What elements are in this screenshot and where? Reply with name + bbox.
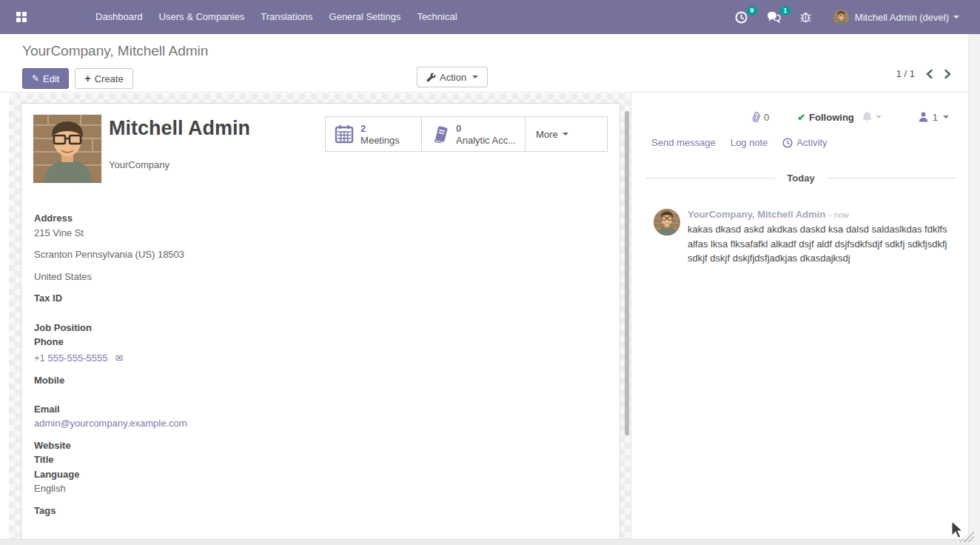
check-icon: ✔	[797, 112, 805, 123]
caret-down-icon	[876, 116, 882, 118]
field-label-language: Language	[34, 467, 608, 481]
subscription-bell-button[interactable]	[862, 111, 882, 123]
form-sheet: Mitchell Admin YourCompany 2 Meetings	[21, 103, 620, 539]
sms-envelope-icon[interactable]: ✉	[115, 352, 123, 364]
field-language-value: English	[34, 481, 608, 495]
meetings-count: 2	[360, 123, 366, 134]
odoo-app: Dashboard Users & Companies Translations…	[0, 0, 980, 545]
field-label-title: Title	[34, 452, 608, 467]
field-label-mobile: Mobile	[34, 373, 608, 387]
systray: 9 1 Mitchell Admin (devel)	[716, 10, 959, 25]
vertical-scrollbar-gutter[interactable]	[968, 34, 980, 545]
message-timestamp: - now	[829, 210, 849, 219]
chatter-message: YourCompany, Mitchell Admin - now kakas …	[632, 209, 968, 266]
caret-down-icon	[472, 76, 478, 78]
field-city-state-zip: Scranton Pennsylvania (US) 18503	[34, 247, 608, 261]
edit-button-label: Edit	[43, 73, 59, 84]
content-area: Mitchell Admin YourCompany 2 Meetings	[0, 93, 968, 539]
wrench-icon	[426, 73, 436, 82]
attachments-count: 0	[764, 112, 769, 123]
pager: 1 / 1	[896, 68, 952, 79]
debug-bug-icon[interactable]	[800, 11, 811, 23]
field-street: 215 Vine St	[34, 226, 608, 240]
message-bubble-icon	[767, 11, 781, 23]
field-country: United States	[34, 270, 608, 284]
caret-down-icon	[563, 133, 568, 136]
pager-previous-button[interactable]	[925, 69, 933, 79]
pager-count: 1 / 1	[896, 68, 915, 79]
field-label-email: Email	[34, 402, 608, 416]
email-link[interactable]: admin@yourcompany.example.com	[34, 418, 187, 429]
menu-translations[interactable]: Translations	[252, 0, 320, 34]
activity-clock-icon	[782, 138, 793, 148]
create-button[interactable]: + Create	[75, 68, 132, 89]
date-divider: Today	[645, 173, 956, 184]
horizontal-scrollbar-gutter[interactable]	[0, 539, 968, 545]
contact-photo[interactable]	[33, 115, 101, 183]
analytic-stat-button[interactable]: 0 Analytic Acc...	[422, 117, 526, 151]
log-note-button[interactable]: Log note	[731, 137, 768, 148]
following-label: Following	[809, 112, 854, 123]
field-group: Address 215 Vine St Scranton Pennsylvani…	[33, 211, 608, 518]
menu-general-settings[interactable]: General Settings	[321, 0, 409, 34]
form-view: Mitchell Admin YourCompany 2 Meetings	[9, 93, 631, 539]
menu-dashboard[interactable]: Dashboard	[87, 0, 151, 34]
field-label-tags: Tags	[34, 504, 608, 518]
bell-icon	[862, 111, 873, 123]
create-button-label: Create	[95, 73, 124, 84]
company-link[interactable]: YourCompany	[109, 159, 250, 170]
mouse-cursor-icon	[948, 520, 966, 539]
pencil-icon: ✎	[32, 73, 39, 84]
followers-button[interactable]: 1	[919, 112, 949, 123]
more-dropdown-button[interactable]: More	[526, 117, 607, 151]
main-menu: Dashboard Users & Companies Translations…	[87, 0, 466, 34]
message-author-avatar[interactable]	[654, 209, 680, 235]
chatter-actions: Send message Log note Activity	[632, 137, 968, 148]
menu-technical[interactable]: Technical	[409, 0, 465, 34]
phone-link[interactable]: +1 555-555-5555	[34, 352, 107, 364]
stat-buttons: 2 Meetings 0 Analytic Acc...	[325, 116, 608, 152]
record-title: Mitchell Admin	[109, 116, 250, 140]
book-icon	[431, 125, 449, 143]
menu-users-companies[interactable]: Users & Companies	[151, 0, 253, 34]
activity-clock-icon	[735, 11, 748, 24]
calendar-icon	[335, 124, 354, 144]
analytic-label: Analytic Acc...	[456, 135, 516, 147]
breadcrumb[interactable]: YourCompany, Mitchell Admin	[22, 43, 208, 59]
user-avatar	[833, 10, 849, 25]
pager-next-button[interactable]	[944, 69, 952, 79]
user-name: Mitchell Admin (devel)	[855, 12, 949, 23]
send-message-button[interactable]: Send message	[651, 137, 716, 148]
messages-count-badge: 1	[780, 6, 791, 16]
plus-icon: +	[84, 73, 90, 84]
action-dropdown-button[interactable]: Action	[417, 67, 488, 87]
followers-count: 1	[933, 112, 938, 123]
apps-menu-icon[interactable]	[16, 12, 27, 22]
caret-down-icon	[943, 116, 949, 118]
more-label: More	[536, 129, 558, 140]
edit-button[interactable]: ✎ Edit	[22, 68, 69, 89]
field-label-phone: Phone	[34, 335, 608, 349]
messages-systray-button[interactable]: 1	[767, 11, 781, 23]
attachments-button[interactable]: 0	[751, 111, 769, 123]
top-navbar: Dashboard Users & Companies Translations…	[0, 0, 980, 34]
schedule-activity-button[interactable]: Activity	[782, 137, 827, 148]
field-label-website: Website	[34, 438, 608, 452]
following-button[interactable]: ✔ Following	[797, 112, 854, 123]
follower-person-icon	[919, 112, 928, 122]
field-label-tax-id: Tax ID	[34, 291, 608, 305]
form-scrollbar-thumb[interactable]	[625, 111, 629, 435]
control-panel: YourCompany, Mitchell Admin ✎ Edit + Cre…	[0, 34, 980, 93]
field-label-address: Address	[34, 211, 608, 225]
paperclip-icon	[751, 111, 761, 123]
analytic-count: 0	[456, 123, 461, 134]
date-divider-label: Today	[775, 173, 826, 184]
message-text: kakas dkasd askd akdkas daskd ksa dalsd …	[688, 222, 948, 266]
message-author[interactable]: YourCompany, Mitchell Admin	[688, 209, 825, 220]
activity-label: Activity	[796, 137, 827, 148]
activity-systray-button[interactable]: 9	[735, 11, 748, 24]
meetings-label: Meetings	[360, 135, 400, 147]
meetings-stat-button[interactable]: 2 Meetings	[326, 117, 422, 151]
activity-count-badge: 9	[747, 6, 757, 16]
user-menu[interactable]: Mitchell Admin (devel)	[833, 10, 959, 25]
